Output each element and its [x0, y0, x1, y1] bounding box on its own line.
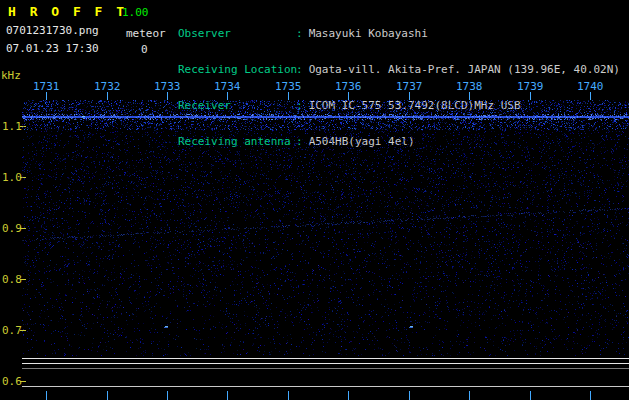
- time-tick: [409, 92, 410, 100]
- mode-label: meteor: [126, 27, 166, 40]
- freq-label: 1.0: [2, 171, 22, 184]
- bottom-time-tick: [590, 391, 591, 400]
- meteor-count: 0: [141, 43, 148, 56]
- freq-tick: [20, 381, 26, 382]
- bottom-time-tick: [227, 391, 228, 400]
- bottom-time-tick: [409, 391, 410, 400]
- freq-label: 0.9: [2, 222, 22, 235]
- time-tick: [590, 92, 591, 100]
- time-tick: [469, 92, 470, 100]
- bottom-time-tick: [469, 391, 470, 400]
- signal-trace-line: [22, 363, 629, 364]
- info-label: Receiving Location: [178, 64, 296, 76]
- time-tick: [107, 92, 108, 100]
- signal-trace-line: [22, 386, 629, 387]
- info-row-observer: Observer:Masayuki Kobayashi: [178, 28, 620, 40]
- time-tick: [530, 92, 531, 100]
- info-separator: :: [296, 64, 303, 76]
- info-value: Masayuki Kobayashi: [309, 28, 428, 40]
- freq-label: 0.8: [2, 273, 22, 286]
- freq-label: 0.7: [2, 324, 22, 337]
- bottom-time-tick: [288, 391, 289, 400]
- bottom-time-tick: [46, 391, 47, 400]
- info-label: Observer: [178, 28, 296, 40]
- freq-label: 0.6: [2, 375, 22, 388]
- datetime-label: 07.01.23 17:30: [6, 42, 99, 55]
- info-value: Ogata-vill. Akita-Pref. JAPAN (139.96E, …: [309, 64, 620, 76]
- spectrogram-canvas: [22, 100, 629, 356]
- time-tick: [46, 92, 47, 100]
- bottom-time-tick: [530, 391, 531, 400]
- time-tick: [348, 92, 349, 100]
- output-filename: 0701231730.png: [6, 24, 99, 37]
- app-version: 1.00: [122, 6, 149, 19]
- freq-label: 1.1: [2, 120, 22, 133]
- time-tick: [167, 92, 168, 100]
- signal-trace-line: [22, 358, 629, 359]
- time-tick: [227, 92, 228, 100]
- bottom-time-tick: [167, 391, 168, 400]
- signal-trace-line: [22, 368, 629, 369]
- info-separator: :: [296, 28, 303, 40]
- y-axis-unit: kHz: [1, 69, 21, 82]
- app-title: H R O F F T: [8, 4, 127, 19]
- bottom-time-tick: [348, 391, 349, 400]
- time-tick: [288, 92, 289, 100]
- bottom-time-tick: [107, 391, 108, 400]
- info-row-location: Receiving Location:Ogata-vill. Akita-Pre…: [178, 64, 620, 76]
